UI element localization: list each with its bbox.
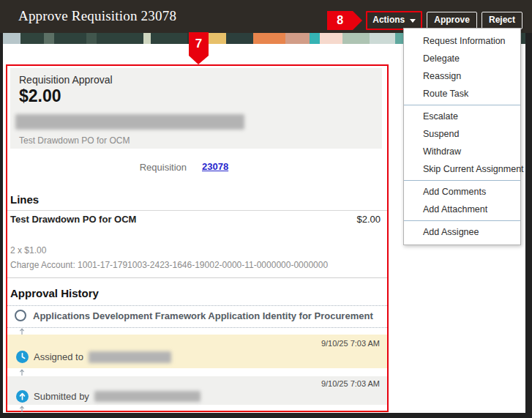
submit-up-arrow-icon (16, 390, 29, 403)
requisition-number-link[interactable]: 23078 (202, 161, 228, 172)
submitted-timestamp: 9/10/25 7:03 AM (321, 379, 380, 388)
actions-button-label: Actions (372, 15, 405, 25)
approve-requisition-window: Approve Requisition 23078 8 Actions Appr… (0, 0, 532, 418)
line-item-amount: $2.00 (307, 214, 381, 225)
menu-separator (404, 105, 520, 105)
chevron-down-icon (410, 19, 416, 23)
divider (6, 210, 389, 211)
dotted-divider (6, 305, 389, 306)
annotation-callout-8: 8 (327, 11, 353, 30)
menu-item-suspend[interactable]: Suspend (404, 125, 520, 143)
menu-item-escalate[interactable]: Escalate (404, 108, 520, 125)
approval-history-heading: Approval History (10, 287, 99, 299)
history-pending-text: Applications Development Framework Appli… (33, 310, 373, 321)
window-border-left (0, 33, 3, 418)
redacted-submitter-name (94, 391, 201, 402)
menu-separator (404, 180, 520, 181)
requisition-summary-card: Requisition Approval $2.00 Test Drawdown… (10, 68, 382, 149)
summary-title: Requisition Approval (19, 74, 113, 86)
timeline-up-arrow-icon (18, 369, 26, 376)
callout-8-number: 8 (337, 14, 343, 27)
history-entry-submitted: 9/10/25 7:03 AM Submitted by (7, 376, 387, 405)
actions-button[interactable]: Actions (367, 12, 421, 28)
line-item-quantity: 2 x $1.00 (10, 245, 46, 255)
timeline-up-arrow-icon (18, 328, 26, 335)
redacted-requester-name (15, 114, 244, 130)
menu-item-delegate[interactable]: Delegate (404, 50, 520, 67)
pending-status-icon (15, 310, 26, 321)
menu-item-add-comments[interactable]: Add Comments (404, 183, 520, 201)
requisition-label: Requisition (0, 162, 187, 173)
lines-heading: Lines (10, 193, 39, 206)
actions-dropdown-menu: Request Information Delegate Reassign Ro… (403, 28, 521, 245)
line-item-name: Test Drawdown PO for OCM (10, 214, 136, 225)
menu-separator (404, 220, 520, 221)
window-border-bottom (0, 413, 532, 418)
summary-amount: $2.00 (19, 86, 61, 106)
timeline-up-arrow-icon (18, 406, 26, 412)
page-title: Approve Requisition 23078 (18, 8, 176, 24)
menu-item-add-assignee[interactable]: Add Assignee (404, 223, 520, 241)
assigned-text: Assigned to (34, 351, 83, 362)
submitted-text: Submitted by (34, 391, 89, 402)
line-item-charge-account: Charge Account: 1001-17-1791003-2423-164… (10, 260, 328, 270)
menu-item-withdraw[interactable]: Withdraw (404, 143, 520, 160)
menu-item-add-attachment[interactable]: Add Attachment (404, 201, 520, 218)
actions-button-annotation: Actions (366, 11, 422, 29)
divider (6, 277, 389, 278)
menu-item-skip-current-assignment[interactable]: Skip Current Assignment (404, 160, 520, 178)
menu-item-request-information[interactable]: Request Information (404, 32, 520, 50)
reject-button[interactable]: Reject (482, 12, 522, 29)
menu-item-reassign[interactable]: Reassign (404, 67, 520, 85)
dotted-divider (6, 327, 389, 328)
approve-button[interactable]: Approve (427, 12, 477, 29)
history-entry-assigned: 9/10/25 7:03 AM Assigned to (7, 335, 387, 368)
menu-item-route-task[interactable]: Route Task (404, 85, 520, 102)
clock-icon (16, 351, 29, 363)
history-entry-pending: Applications Development Framework Appli… (15, 310, 373, 321)
window-border-right (525, 33, 532, 418)
redacted-assignee-name (89, 351, 171, 363)
annotation-callout-7: 7 (189, 32, 209, 56)
assigned-timestamp: 9/10/25 7:03 AM (321, 339, 380, 348)
summary-description: Test Drawdown PO for OCM (19, 135, 130, 146)
callout-7-number: 7 (195, 37, 202, 51)
